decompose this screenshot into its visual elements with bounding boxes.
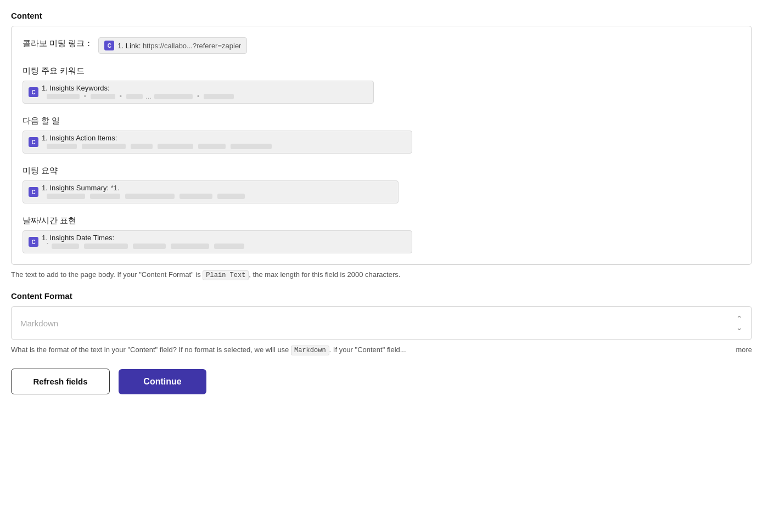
meeting-link-row: 콜라보 미팅 링크： C 1. Link: https://callabo...… <box>23 37 740 54</box>
content-label: Content <box>11 11 752 20</box>
more-link[interactable]: more <box>736 344 752 355</box>
blur-bar-s3 <box>125 194 175 199</box>
chip-text-link: 1. Link: https://callabo...?referer=zapi… <box>117 42 241 50</box>
meeting-link-korean-label: 콜라보 미팅 링크： <box>23 38 93 49</box>
blur-bar-s5 <box>217 194 245 199</box>
action-items-field-group: 다음 할 일 C 1. Insights Action Items: <box>23 116 740 154</box>
chip-icon-keywords: C <box>29 87 38 97</box>
blur-bar-a2 <box>82 144 126 149</box>
continue-button[interactable]: Continue <box>119 369 206 394</box>
format-hint: What is the format of the text in your "… <box>11 344 752 355</box>
refresh-fields-button[interactable]: Refresh fields <box>11 369 110 394</box>
blur-bar-d1 <box>52 244 79 249</box>
blur-bar-3 <box>126 94 143 99</box>
chevron-icon: ⌃⌄ <box>736 314 743 332</box>
datetime-field-group: 날짜/시간 표현 C 1. Insights Date Times: ` <box>23 216 740 253</box>
format-hint-prefix: What is the format of the text in your "… <box>11 346 291 354</box>
summary-blurred <box>42 192 245 200</box>
action-blurred <box>42 142 272 150</box>
datetime-korean-label: 날짜/시간 표현 <box>23 216 740 226</box>
datetime-blurred: ` <box>42 242 244 250</box>
blur-bar-d5 <box>214 244 244 249</box>
format-hint-suffix: . If your "Content" field... <box>329 346 406 354</box>
blur-bar-a6 <box>231 144 272 149</box>
chip-icon-datetime: C <box>29 237 38 247</box>
blur-bar-s1 <box>47 194 85 199</box>
chip-text-summary: 1. Insights Summary: *1. <box>42 184 245 200</box>
meeting-link-chip[interactable]: C 1. Link: https://callabo...?referer=za… <box>98 37 247 54</box>
chip-icon-action: C <box>29 137 38 147</box>
chip-text-action: 1. Insights Action Items: <box>42 134 272 150</box>
format-hint-code: Markdown <box>291 346 329 355</box>
summary-korean-label: 미팅 요약 <box>23 166 740 176</box>
keywords-korean-label: 미팅 주요 키워드 <box>23 66 740 76</box>
blur-bar-5 <box>204 94 234 99</box>
blur-bar-s4 <box>179 194 212 199</box>
blur-bar-a1 <box>47 144 77 149</box>
summary-field-group: 미팅 요약 C 1. Insights Summary: *1. <box>23 166 740 203</box>
content-format-value: Markdown <box>20 319 58 328</box>
keywords-chip[interactable]: C 1. Insights Keywords: • • ... • <box>23 81 374 104</box>
datetime-chip[interactable]: C 1. Insights Date Times: ` <box>23 230 412 253</box>
chip-text-keywords: 1. Insights Keywords: • • ... • <box>42 84 234 100</box>
summary-chip[interactable]: C 1. Insights Summary: *1. <box>23 180 399 203</box>
blur-bar-d3 <box>133 244 166 249</box>
blur-bar-a3 <box>131 144 153 149</box>
blur-bar-d2 <box>84 244 128 249</box>
chip-icon-summary: C <box>29 187 38 197</box>
chip-icon-link: C <box>104 41 114 50</box>
blur-bar-s2 <box>90 194 120 199</box>
content-format-select[interactable]: Markdown ⌃⌄ <box>11 306 752 340</box>
blur-bar-a5 <box>198 144 226 149</box>
button-row: Refresh fields Continue <box>11 369 752 394</box>
content-box: 콜라보 미팅 링크： C 1. Link: https://callabo...… <box>11 26 752 265</box>
content-section: Content 콜라보 미팅 링크： C 1. Link: https://ca… <box>11 11 752 394</box>
chip-text-datetime: 1. Insights Date Times: ` <box>42 234 244 250</box>
action-items-korean-label: 다음 할 일 <box>23 116 740 126</box>
keywords-blurred: • • ... • <box>42 92 234 100</box>
blur-bar-1 <box>47 94 80 99</box>
content-format-label: Content Format <box>11 291 752 301</box>
blur-bar-2 <box>91 94 115 99</box>
blur-bar-a4 <box>158 144 193 149</box>
keywords-field-group: 미팅 주요 키워드 C 1. Insights Keywords: • • ..… <box>23 66 740 104</box>
blur-bar-d4 <box>171 244 209 249</box>
blur-bar-4 <box>154 94 193 99</box>
action-items-chip[interactable]: C 1. Insights Action Items: <box>23 131 412 154</box>
content-hint: The text to add to the page body. If you… <box>11 269 752 280</box>
